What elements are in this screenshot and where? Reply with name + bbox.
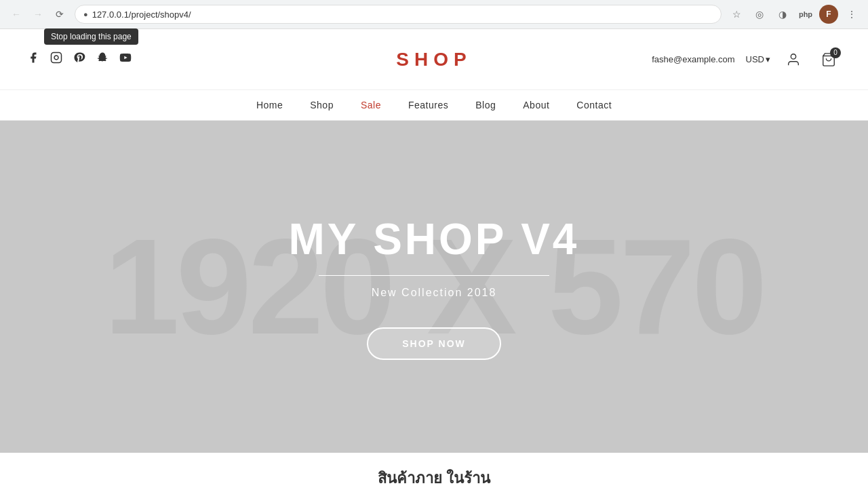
snapchat-icon[interactable] [96, 52, 108, 67]
below-hero-section: สินค้าภาย ในร้าน [0, 453, 868, 488]
nav-buttons: ← → ⟳ [7, 5, 69, 24]
hero-banner: 1920 X 570 MY SHOP V4 New Collection 201… [0, 121, 868, 453]
php-badge[interactable]: php [796, 5, 815, 24]
shop-now-button[interactable]: SHOP NOW [367, 327, 501, 360]
site-logo[interactable]: SHOP [396, 49, 471, 70]
reload-button[interactable]: ⟳ [50, 5, 69, 24]
hero-title: MY SHOP V4 [289, 214, 580, 264]
stop-loading-tooltip: Stop loading this page [44, 28, 138, 45]
user-email: fashe@example.com [652, 54, 734, 64]
sync-button[interactable]: ◑ [773, 5, 792, 24]
browser-chrome: ← → ⟳ ● 127.0.0.1/project/shopv4/ ☆ ◎ ◑ … [0, 0, 868, 29]
extensions-button[interactable]: ◎ [750, 5, 769, 24]
browser-toolbar: ← → ⟳ ● 127.0.0.1/project/shopv4/ ☆ ◎ ◑ … [0, 0, 868, 28]
hero-content: MY SHOP V4 New Collection 2018 SHOP NOW [289, 214, 580, 360]
chevron-down-icon: ▾ [766, 54, 770, 64]
website: SHOP fashe@example.com USD ▾ 0 [0, 29, 868, 488]
profile-avatar[interactable]: F [819, 5, 838, 24]
lock-icon: ● [83, 10, 88, 18]
nav-home[interactable]: Home [256, 100, 283, 110]
social-icons [27, 52, 132, 67]
menu-button[interactable]: ⋮ [842, 5, 861, 24]
facebook-icon[interactable] [27, 52, 39, 67]
nav-about[interactable]: About [523, 100, 549, 110]
svg-rect-0 [52, 53, 62, 63]
cart-count: 0 [830, 47, 841, 58]
bookmark-button[interactable]: ☆ [727, 5, 746, 24]
youtube-icon[interactable] [119, 52, 132, 67]
back-button[interactable]: ← [7, 5, 26, 24]
nav-shop[interactable]: Shop [310, 100, 334, 110]
toolbar-right: ☆ ◎ ◑ php F ⋮ [727, 5, 861, 24]
instagram-icon[interactable] [50, 52, 62, 67]
currency-selector[interactable]: USD ▾ [746, 54, 770, 64]
forward-button[interactable]: → [28, 5, 47, 24]
nav-contact[interactable]: Contact [576, 100, 612, 110]
nav-blog[interactable]: Blog [475, 100, 496, 110]
svg-point-3 [791, 54, 795, 58]
hero-divider [319, 275, 549, 276]
header-right: fashe@example.com USD ▾ 0 [652, 47, 841, 72]
pinterest-icon[interactable] [73, 52, 85, 67]
login-button[interactable] [781, 47, 806, 72]
section-title: สินค้าภาย ในร้าน [14, 466, 854, 488]
cart-button[interactable]: 0 [816, 47, 841, 72]
address-bar[interactable]: ● 127.0.0.1/project/shopv4/ [75, 5, 722, 24]
url-text: 127.0.0.1/project/shopv4/ [92, 9, 191, 20]
nav-sale[interactable]: Sale [361, 100, 381, 110]
nav-features[interactable]: Features [408, 100, 448, 110]
hero-subtitle: New Collection 2018 [372, 287, 497, 299]
site-nav: Home Shop Sale Features Blog About Conta… [0, 90, 868, 121]
